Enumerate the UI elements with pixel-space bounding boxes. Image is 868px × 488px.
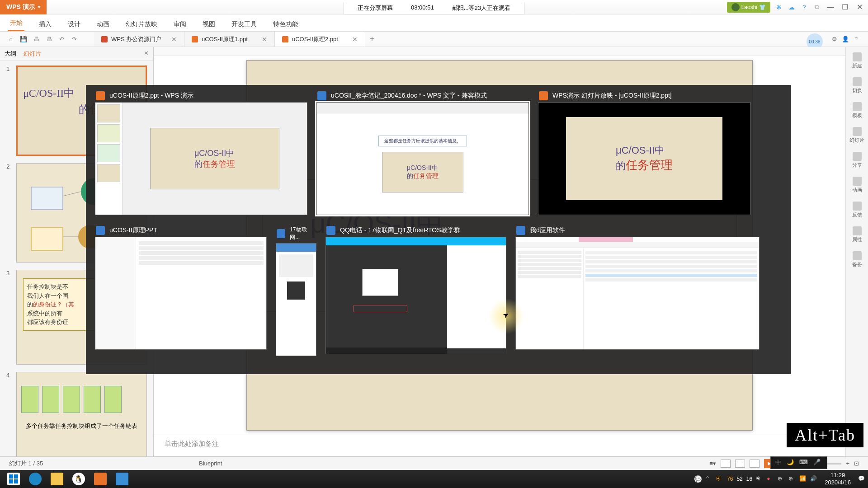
ribbon-tab-animation[interactable]: 动画 [95, 18, 111, 31]
start-button[interactable] [3, 470, 24, 488]
slide-number: 2 [6, 163, 13, 263]
collapse-ribbon-icon[interactable]: ⌃ [851, 34, 861, 44]
share-elapsed-label: 03:00:51 [411, 4, 434, 12]
slide-thumb-4[interactable]: 4 多个任务靠任务控制块组成了一个任务链表 [6, 372, 147, 456]
ribbon-tab-slideshow[interactable]: 幻灯片放映 [124, 18, 159, 31]
slide-counter: 幻灯片 1 / 35 [9, 460, 43, 468]
panel-feedback[interactable]: 反馈 [852, 202, 862, 218]
doc-tab-portal[interactable]: WPS 办公资源门户✕ [94, 32, 184, 47]
switcher-window-explorer-1[interactable]: uCOS-II原理PPT [95, 224, 267, 356]
share-status-label: 正在分享屏幕 [358, 4, 393, 12]
panel-animation[interactable]: 动画 [852, 177, 862, 193]
keystroke-overlay: Alt+Tab [787, 423, 863, 447]
minimize-button[interactable]: — [826, 2, 835, 12]
tray-expand-icon[interactable]: ⌃ [705, 475, 712, 483]
add-tab-button[interactable]: + [365, 32, 379, 47]
doc-tab-ppt2[interactable]: uCOS-II原理2.ppt✕ [275, 32, 365, 47]
tray-shield-icon[interactable]: ⛨ [716, 475, 723, 483]
home-icon[interactable]: ⌂ [6, 34, 16, 44]
svg-rect-3 [31, 228, 63, 250]
window-mode-icon[interactable]: ⧉ [813, 3, 821, 11]
reading-view-button[interactable] [750, 460, 760, 468]
fit-icon[interactable]: ⊡ [854, 460, 859, 467]
doc-callout-text: 这些都是任务方应该提供的基本信息。 [378, 136, 467, 146]
panel-switch[interactable]: 切换 [852, 77, 862, 94]
tray-chat-icon[interactable]: 💬 [694, 475, 702, 483]
ribbon-tab-devtools[interactable]: 开发工具 [230, 18, 259, 31]
outline-tab[interactable]: 大纲 [5, 50, 16, 58]
title-bar: WPS 演示 正在分享屏幕 03:00:51 郝阳...等23人正在观看 Lao… [0, 0, 868, 14]
panel-slides[interactable]: 幻灯片 [849, 127, 864, 144]
doc-tab-label: uCOS-II原理2.ppt [292, 35, 338, 43]
view-menu-icon[interactable]: ≡▾ [710, 460, 717, 467]
panel-label: 新建 [852, 62, 862, 69]
taskbar-qq[interactable]: 🐧 [68, 470, 90, 488]
switcher-window-wps-doc[interactable]: uCOSII_教学笔记_200416.doc * - WPS 文字 - 兼容模式… [316, 89, 529, 215]
undo-icon[interactable]: ↶ [57, 34, 66, 44]
switcher-window-wechat[interactable]: 17物联网... [276, 224, 316, 356]
normal-view-button[interactable] [721, 460, 731, 468]
tray-record-icon[interactable]: ● [767, 475, 774, 483]
switcher-window-slideshow[interactable]: WPS演示 幻灯片放映 - [uCOS-II原理2.ppt] μC/OS-II中… [538, 89, 750, 215]
switcher-title: uCOSII_教学笔记_200416.doc * - WPS 文字 - 兼容模式 [331, 92, 487, 100]
ime-composition-overlay: 中 🌙 ⌨ 🎤 [770, 456, 827, 469]
notes-pane[interactable]: 单击此处添加备注 [154, 435, 845, 456]
settings-icon[interactable]: ⚙ [830, 34, 840, 44]
help-icon[interactable]: ? [800, 3, 808, 11]
switcher-window-qq-call[interactable]: QQ电话 - 17物联网_QT及freeRTOS教学群 [326, 224, 506, 356]
taskbar-wps-doc[interactable] [111, 470, 133, 488]
switcher-window-wps-pres[interactable]: uCOS-II原理2.ppt - WPS 演示 μC/OS-II中的任务管理 [95, 89, 307, 215]
panel-backup[interactable]: 备份 [852, 251, 862, 268]
panel-label: 属性 [852, 236, 862, 243]
tray-app-icon[interactable]: ❀ [756, 475, 763, 483]
doc-tab-ppt1[interactable]: uCOS-II原理1.ppt✕ [184, 32, 275, 47]
system-clock[interactable]: 11:292020/4/16 [825, 472, 851, 486]
print-icon[interactable]: 🖶 [31, 34, 41, 44]
taskbar-explorer[interactable] [46, 470, 68, 488]
save-icon[interactable]: 💾 [19, 34, 28, 44]
tray-wifi-icon[interactable]: 📶 [799, 475, 807, 483]
taskbar-edge[interactable] [24, 470, 46, 488]
close-icon[interactable]: ✕ [262, 36, 267, 43]
tray-volume-icon[interactable]: 🔊 [810, 475, 817, 483]
slides-tab[interactable]: 幻灯片 [24, 50, 41, 58]
switcher-window-explorer-2[interactable]: 我d应用软件 [515, 224, 760, 356]
ribbon-tab-home[interactable]: 开始 [8, 16, 24, 31]
maximize-button[interactable]: ☐ [840, 2, 850, 12]
cloud-icon[interactable]: ☁ [788, 3, 796, 11]
panel-props[interactable]: 属性 [852, 226, 862, 243]
user-badge[interactable]: Laoshi👕 [727, 2, 770, 13]
ribbon-tab-features[interactable]: 特色功能 [271, 18, 300, 31]
panel-template[interactable]: 模板 [852, 102, 862, 119]
zoom-in-icon[interactable]: + [846, 460, 849, 467]
ribbon-tab-view[interactable]: 视图 [201, 18, 217, 31]
panel-label: 分享 [852, 162, 862, 169]
ribbon-tab-design[interactable]: 设计 [66, 18, 82, 31]
close-button[interactable]: ✕ [854, 2, 864, 12]
ribbon-tab-review[interactable]: 审阅 [172, 18, 188, 31]
panel-new[interactable]: 新建 [852, 52, 862, 69]
redo-icon[interactable]: ↷ [69, 34, 79, 44]
qq-icon [326, 226, 335, 235]
app-name-badge[interactable]: WPS 演示 [0, 0, 47, 14]
taskbar-wps-pres[interactable] [90, 470, 111, 488]
tray-bt-icon[interactable]: ⊕ [778, 475, 785, 483]
close-icon[interactable]: ✕ [352, 36, 358, 43]
close-panel-icon[interactable]: ✕ [144, 50, 149, 58]
tray-temp-3: 16 [746, 476, 752, 482]
ribbon-tab-insert[interactable]: 插入 [37, 18, 53, 31]
tray-net-icon[interactable]: ⊕ [788, 475, 796, 483]
clock-time: 11:29 [825, 472, 851, 479]
status-bar: 幻灯片 1 / 35 Blueprint ≡▾ ▶ 93 % − + ⊡ [0, 456, 868, 470]
app-name-label: WPS 演示 [6, 3, 35, 11]
slide-text-emphasis: 的身份证？（其 [33, 301, 74, 308]
print-preview-icon[interactable]: 🖶 [44, 34, 54, 44]
tray-notifications-icon[interactable]: 💬 [858, 475, 865, 483]
user-name-label: Laoshi [741, 4, 757, 10]
sorter-view-button[interactable] [735, 460, 745, 468]
panel-share[interactable]: 分享 [852, 152, 862, 169]
close-icon[interactable]: ✕ [171, 36, 177, 43]
gift-icon[interactable]: ❋ [775, 3, 783, 11]
skin-icon[interactable]: 👤 [840, 34, 850, 44]
wps-pres-icon [96, 91, 105, 100]
